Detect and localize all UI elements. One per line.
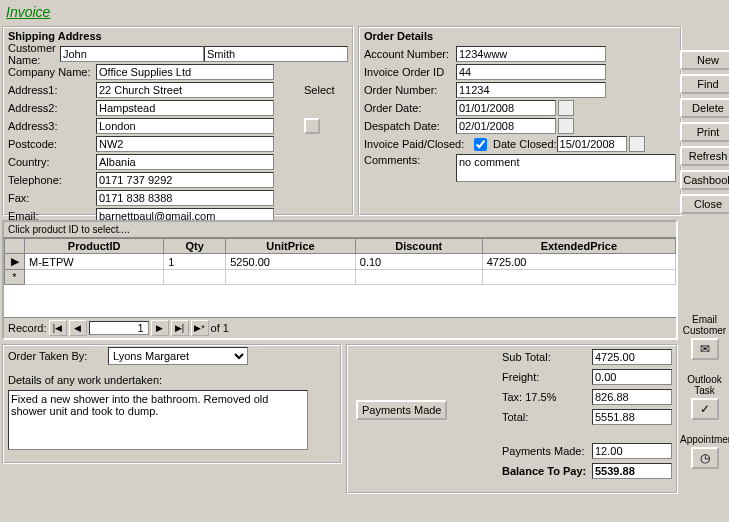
nav-next-button[interactable]: ▶	[151, 320, 169, 336]
shipping-panel: Shipping Address Customer Name: Company …	[2, 26, 354, 216]
shipping-heading: Shipping Address	[8, 30, 348, 42]
balance-input	[592, 463, 672, 479]
addr3-label: Address3:	[8, 120, 96, 132]
cashbook-button[interactable]: Cashbook	[680, 170, 729, 190]
payments-made-input	[592, 443, 672, 459]
lookup-button[interactable]	[304, 118, 320, 134]
addr3-input[interactable]	[96, 118, 274, 134]
col-productid[interactable]: ProductID	[25, 239, 164, 254]
addr2-label: Address2:	[8, 102, 96, 114]
col-qty[interactable]: Qty	[164, 239, 226, 254]
outlook-task-label: Outlook Task	[680, 374, 729, 396]
calendar-icon[interactable]	[629, 136, 645, 152]
order-date-label: Order Date:	[364, 102, 456, 114]
invoice-id-input[interactable]	[456, 64, 606, 80]
payments-made-label: Payments Made:	[502, 445, 592, 457]
side-buttons: New Find Delete Print Refresh Cashbook C…	[680, 0, 729, 471]
telephone-label: Telephone:	[8, 174, 96, 186]
appointment-button[interactable]: ◷	[691, 447, 719, 469]
nav-first-button[interactable]: |◀	[49, 320, 67, 336]
table-row[interactable]: ▶ M-ETPW 1 5250.00 0.10 4725.00	[5, 254, 676, 270]
despatch-label: Despatch Date:	[364, 120, 456, 132]
order-num-label: Order Number:	[364, 84, 456, 96]
subtotal-label: Sub Total:	[502, 351, 592, 363]
customer-label: Customer Name:	[8, 42, 60, 66]
appointment-label: Appointment	[680, 434, 729, 445]
nav-prev-button[interactable]: ◀	[69, 320, 87, 336]
delete-button[interactable]: Delete	[680, 98, 729, 118]
refresh-button[interactable]: Refresh	[680, 146, 729, 166]
freight-label: Freight:	[502, 371, 592, 383]
record-label: Record:	[8, 322, 47, 334]
freight-input[interactable]	[592, 369, 672, 385]
close-button[interactable]: Close	[680, 194, 729, 214]
nav-last-button[interactable]: ▶|	[171, 320, 189, 336]
comments-label: Comments:	[364, 154, 456, 166]
totals-panel: Payments Made Sub Total: Freight: Tax: 1…	[346, 344, 678, 494]
work-details-input[interactable]: Fixed a new shower into the bathroom. Re…	[8, 390, 308, 450]
addr2-input[interactable]	[96, 100, 274, 116]
company-label: Company Name:	[8, 66, 96, 78]
addr1-label: Address1:	[8, 84, 96, 96]
cell-productid[interactable]: M-ETPW	[25, 254, 164, 270]
col-discount[interactable]: Discount	[355, 239, 482, 254]
product-grid-panel: Click product ID to select.... ProductID…	[2, 220, 678, 340]
print-button[interactable]: Print	[680, 122, 729, 142]
last-name-input[interactable]	[204, 46, 348, 62]
order-date-input[interactable]	[456, 100, 556, 116]
account-input[interactable]	[456, 46, 606, 62]
telephone-input[interactable]	[96, 172, 274, 188]
paid-closed-checkbox[interactable]	[474, 138, 487, 151]
new-button[interactable]: New	[680, 50, 729, 70]
despatch-input[interactable]	[456, 118, 556, 134]
fax-label: Fax:	[8, 192, 96, 204]
email-customer-button[interactable]: ✉	[691, 338, 719, 360]
find-button[interactable]: Find	[680, 74, 729, 94]
country-input[interactable]	[96, 154, 274, 170]
order-taken-label: Order Taken By:	[8, 350, 108, 362]
order-taken-select[interactable]: Lyons Margaret	[108, 347, 248, 365]
cell-unitprice[interactable]: 5250.00	[226, 254, 356, 270]
row-header-blank	[5, 239, 25, 254]
cell-discount[interactable]: 0.10	[355, 254, 482, 270]
tax-label: Tax: 17.5%	[502, 391, 592, 403]
fax-input[interactable]	[96, 190, 274, 206]
paid-closed-label: Invoice Paid/Closed:	[364, 138, 474, 150]
addr1-input[interactable]	[96, 82, 274, 98]
calendar-icon[interactable]	[558, 118, 574, 134]
total-input	[592, 409, 672, 425]
calendar-icon[interactable]	[558, 100, 574, 116]
postcode-input[interactable]	[96, 136, 274, 152]
table-new-row[interactable]: *	[5, 270, 676, 285]
col-unitprice[interactable]: UnitPrice	[226, 239, 356, 254]
balance-label: Balance To Pay:	[502, 465, 592, 477]
first-name-input[interactable]	[60, 46, 204, 62]
product-grid: ProductID Qty UnitPrice Discount Extende…	[4, 238, 676, 285]
order-panel: Order Details Account Number: Invoice Or…	[358, 26, 682, 216]
company-input[interactable]	[96, 64, 274, 80]
comments-input[interactable]: no comment	[456, 154, 676, 182]
col-extended[interactable]: ExtendedPrice	[482, 239, 675, 254]
work-details-label: Details of any work undertaken:	[8, 374, 336, 386]
payments-made-button[interactable]: Payments Made	[356, 400, 447, 420]
cell-extended[interactable]: 4725.00	[482, 254, 675, 270]
row-indicator: ▶	[5, 254, 25, 270]
record-of-text: of 1	[211, 322, 229, 334]
page-title: Invoice	[0, 0, 56, 24]
postcode-label: Postcode:	[8, 138, 96, 150]
nav-new-button[interactable]: ▶*	[191, 320, 209, 336]
cell-qty[interactable]: 1	[164, 254, 226, 270]
account-label: Account Number:	[364, 48, 456, 60]
new-row-indicator: *	[5, 270, 25, 285]
grid-hint: Click product ID to select....	[4, 222, 676, 238]
email-customer-label: Email Customer	[680, 314, 729, 336]
record-navigator: Record: |◀ ◀ ▶ ▶| ▶* of 1	[4, 317, 676, 338]
invoice-id-label: Invoice Order ID	[364, 66, 456, 78]
date-closed-label: Date Closed:	[493, 138, 557, 150]
select-button[interactable]: Select	[304, 84, 335, 96]
record-number-input[interactable]	[89, 321, 149, 335]
date-closed-input[interactable]	[557, 136, 627, 152]
outlook-task-button[interactable]: ✓	[691, 398, 719, 420]
order-num-input[interactable]	[456, 82, 606, 98]
subtotal-input	[592, 349, 672, 365]
